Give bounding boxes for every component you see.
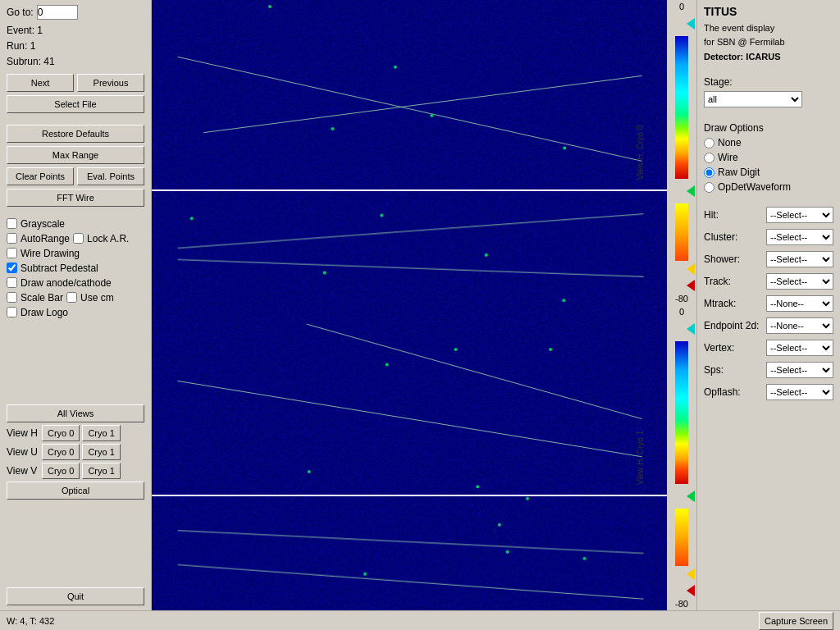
- view-u-cryo0-button[interactable]: Cryo 0: [42, 444, 80, 460]
- use-cm-checkbox[interactable]: [66, 292, 77, 303]
- sps-row: Sps: --Select--: [704, 362, 833, 378]
- view-u-cryo1-button[interactable]: Cryo 1: [82, 444, 120, 460]
- use-cm-label: Use cm: [80, 292, 114, 304]
- draw-anode-label: Draw anode/cathode: [21, 277, 112, 289]
- view-h-row: View H Cryo 0 Cryo 1: [7, 425, 144, 441]
- view-h-cryo0-button[interactable]: Cryo 0: [42, 425, 80, 441]
- endpoint2d-label: Endpoint 2d:: [704, 320, 763, 331]
- endpoint2d-select[interactable]: --None--: [766, 317, 833, 334]
- track-label: Track:: [704, 276, 763, 287]
- sps-select[interactable]: --Select--: [766, 362, 833, 378]
- next-button[interactable]: Next: [7, 74, 74, 92]
- grayscale-row: Grayscale: [7, 218, 144, 230]
- eval-points-button[interactable]: Eval. Points: [77, 167, 144, 185]
- fft-wire-button[interactable]: FFT Wire: [7, 189, 144, 207]
- capture-screen-button[interactable]: Capture Screen: [759, 612, 833, 630]
- app-title: TITUS: [704, 5, 833, 18]
- draw-wire-radio[interactable]: [704, 153, 714, 163]
- draw-wire-row: Wire: [704, 152, 833, 163]
- vertex-select[interactable]: --Select--: [766, 340, 833, 356]
- arrow-top-cyan-2: [687, 323, 695, 335]
- track-select[interactable]: --Select--: [766, 273, 833, 290]
- view-v-cryo1-button[interactable]: Cryo 1: [82, 463, 120, 479]
- arrow-bottom-yellow: [687, 263, 695, 275]
- grayscale-checkbox[interactable]: [7, 218, 17, 229]
- opflash-label: Opflash:: [704, 386, 763, 398]
- lock-ar-row: Lock A.R.: [73, 233, 129, 244]
- arrow-top-cyan: [687, 18, 695, 30]
- event-canvas-top[interactable]: [152, 0, 667, 189]
- view-v-row: View V Cryo 0 Cryo 1: [7, 463, 144, 479]
- stage-label: Stage:: [704, 76, 833, 88]
- cluster-row: Cluster: --Select--: [704, 229, 833, 245]
- arrow-mid-green: [687, 185, 695, 197]
- select-file-button[interactable]: Select File: [7, 95, 144, 113]
- colorbar-bottom-label-1: -80: [675, 294, 688, 304]
- draw-rawdigit-radio[interactable]: [704, 167, 714, 178]
- autorange-checkbox[interactable]: [7, 233, 17, 244]
- center-panel: 0: [152, 0, 696, 610]
- subtract-pedestal-row: Subtract Pedestal: [7, 262, 144, 274]
- opflash-select[interactable]: --Select--: [766, 384, 833, 400]
- subtract-pedestal-checkbox[interactable]: [7, 262, 17, 273]
- scale-bar-label: Scale Bar: [21, 292, 63, 304]
- draw-logo-row: Draw Logo: [7, 307, 144, 318]
- event-canvas-mid[interactable]: [152, 191, 667, 305]
- shower-row: Shower: --Select--: [704, 251, 833, 267]
- clear-points-button[interactable]: Clear Points: [7, 167, 74, 185]
- draw-anode-row: Draw anode/cathode: [7, 277, 144, 289]
- colorbar-top-label-2: 0: [679, 307, 684, 317]
- draw-opdet-row: OpDetWaveform: [704, 181, 833, 193]
- wire-drawing-checkbox[interactable]: [7, 248, 17, 258]
- all-views-button[interactable]: All Views: [7, 404, 144, 422]
- view-u-label: View U: [7, 446, 39, 458]
- view-label-cryo0: View H, Cryo 0: [636, 126, 645, 180]
- use-cm-row: Use cm: [66, 292, 114, 304]
- draw-opdet-label: OpDetWaveform: [718, 181, 791, 193]
- goto-row: Go to:: [7, 5, 144, 20]
- subrun-label: Subrun: 41: [7, 54, 144, 70]
- shower-select[interactable]: --Select--: [766, 251, 833, 267]
- cluster-select[interactable]: --Select--: [766, 229, 833, 245]
- view-label-cryo1: View H, Cryo 1: [636, 431, 645, 486]
- track-row: Track: --Select--: [704, 273, 833, 290]
- mtrack-label: Mtrack:: [704, 298, 763, 309]
- draw-logo-checkbox[interactable]: [7, 307, 17, 317]
- draw-none-radio[interactable]: [704, 138, 714, 148]
- colorbar-gradient-2b: [675, 509, 688, 566]
- event-canvas-bot-top[interactable]: [152, 305, 667, 495]
- view-v-cryo0-button[interactable]: Cryo 0: [42, 463, 80, 479]
- colorbar-top-label-1: 0: [679, 2, 684, 11]
- lock-ar-checkbox[interactable]: [73, 233, 84, 244]
- endpoint2d-row: Endpoint 2d: --None--: [704, 317, 833, 334]
- view-h-cryo1-button[interactable]: Cryo 1: [82, 425, 120, 441]
- view-v-label: View V: [7, 465, 39, 477]
- previous-button[interactable]: Previous: [77, 74, 144, 92]
- quit-button[interactable]: Quit: [7, 587, 144, 605]
- view-section: All Views View H Cryo 0 Cryo 1 View U Cr…: [7, 404, 144, 500]
- max-range-button[interactable]: Max Range: [7, 146, 144, 164]
- nav-btn-row: Next Previous: [7, 74, 144, 92]
- mtrack-select[interactable]: --None--: [766, 295, 833, 312]
- event-canvas-bot-bot[interactable]: [152, 496, 667, 610]
- event-info: Event: 1 Run: 1 Subrun: 41: [7, 23, 144, 71]
- stage-select[interactable]: all raw reco: [704, 91, 802, 107]
- draw-opdet-radio[interactable]: [704, 182, 714, 193]
- hit-row: Hit: --Select--: [704, 207, 833, 223]
- draw-anode-checkbox[interactable]: [7, 277, 17, 288]
- autorange-row: AutoRange: [7, 233, 70, 244]
- detector-label: Detector: ICARUS: [704, 52, 833, 62]
- subtract-pedestal-label: Subtract Pedestal: [21, 262, 98, 274]
- scale-bar-checkbox[interactable]: [7, 292, 17, 303]
- arrow-red-1: [687, 280, 695, 291]
- goto-input[interactable]: [37, 5, 78, 20]
- draw-logo-label: Draw Logo: [21, 307, 68, 318]
- left-panel: Go to: Event: 1 Run: 1 Subrun: 41 Next P…: [0, 0, 152, 610]
- optical-button[interactable]: Optical: [7, 482, 144, 500]
- draw-wire-label: Wire: [718, 152, 738, 163]
- restore-defaults-button[interactable]: Restore Defaults: [7, 125, 144, 143]
- hit-select[interactable]: --Select--: [766, 207, 833, 223]
- arrow-mid-green-2: [687, 491, 695, 502]
- app-description: The event display for SBN @ Fermilab: [704, 21, 833, 48]
- autorange-label: AutoRange: [21, 233, 70, 244]
